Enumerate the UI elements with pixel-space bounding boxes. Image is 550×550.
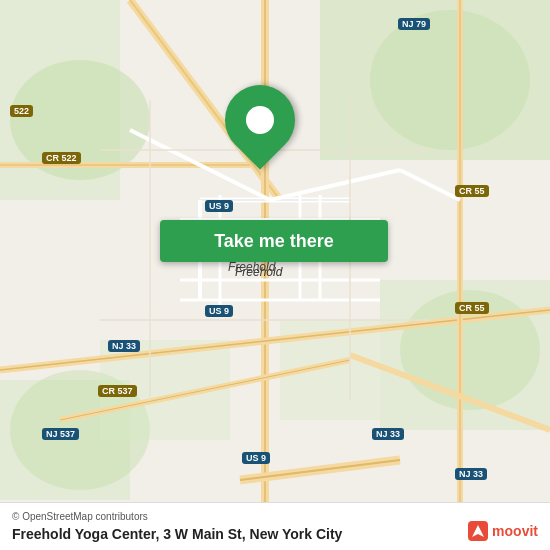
shield-nj79: NJ 79: [398, 18, 430, 30]
shield-nj79-label: NJ 79: [398, 18, 430, 30]
shield-cr55-mid-label: CR 55: [455, 302, 489, 314]
pin-circle: [211, 71, 310, 170]
moovit-icon: [467, 520, 489, 542]
shield-522-label: 522: [10, 105, 33, 117]
shield-us9-mid: US 9: [205, 305, 233, 317]
bottom-bar: © OpenStreetMap contributors Freehold Yo…: [0, 502, 550, 550]
svg-point-3: [370, 10, 530, 150]
svg-line-36: [400, 170, 460, 200]
shield-cr55-top: CR 55: [455, 185, 489, 197]
shield-nj33-far-label: NJ 33: [455, 468, 487, 480]
svg-line-35: [270, 170, 400, 200]
shield-us9-mid-label: US 9: [205, 305, 233, 317]
shield-cr55-top-label: CR 55: [455, 185, 489, 197]
shield-522: 522: [10, 105, 33, 117]
shield-cr537-label: CR 537: [98, 385, 137, 397]
location-name: Freehold Yoga Center, 3 W Main St, New Y…: [12, 526, 342, 542]
shield-nj33-right: NJ 33: [372, 428, 404, 440]
take-me-there-button[interactable]: Take me there: [160, 220, 388, 262]
shield-nj33-left-label: NJ 33: [108, 340, 140, 352]
map-container: Freehold NJ 79 522 CR 522 CR 55 CR 55 US…: [0, 0, 550, 550]
shield-nj33-right-label: NJ 33: [372, 428, 404, 440]
pin-inner: [246, 106, 274, 134]
shield-nj33-far: NJ 33: [455, 468, 487, 480]
shield-cr522-label: CR 522: [42, 152, 81, 164]
shield-us9-top: US 9: [205, 200, 233, 212]
location-pin: [220, 80, 300, 160]
moovit-text: moovit: [492, 523, 538, 539]
shield-nj33-left: NJ 33: [108, 340, 140, 352]
shield-cr537: CR 537: [98, 385, 137, 397]
shield-nj537: NJ 537: [42, 428, 79, 440]
shield-us9-top-label: US 9: [205, 200, 233, 212]
attribution-text: © OpenStreetMap contributors: [12, 511, 538, 522]
shield-us9-bot-label: US 9: [242, 452, 270, 464]
shield-cr522: CR 522: [42, 152, 81, 164]
shield-nj537-label: NJ 537: [42, 428, 79, 440]
shield-cr55-mid: CR 55: [455, 302, 489, 314]
shield-us9-bot: US 9: [242, 452, 270, 464]
freehold-label: Freehold: [228, 260, 275, 274]
moovit-logo: moovit: [467, 520, 538, 542]
